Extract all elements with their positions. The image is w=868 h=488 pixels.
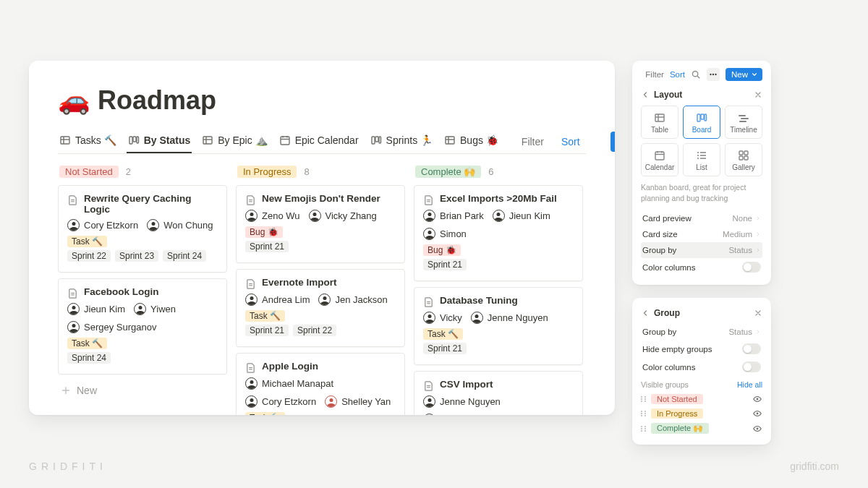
avatar-icon [245,395,258,408]
property-row[interactable]: Hide empty groups [641,340,762,358]
group-pill: In Progress [651,408,703,419]
sort-button[interactable]: Sort [557,133,584,150]
avatar-icon [423,395,435,408]
layout-option-calendar[interactable]: Calendar [641,143,678,176]
page-title-text: Roadmap [98,85,216,116]
assignee: Vicky [423,312,462,324]
assignee-name: Yiwen [150,304,176,314]
panel-new-button[interactable]: New [726,68,762,81]
property-value: Status [728,246,761,254]
board-card[interactable]: Rewrite Query Caching Logic Cory Etzkorn… [58,185,227,273]
toggle-switch[interactable] [742,262,761,273]
column-status-pill: In Progress [237,166,297,178]
type-tag: Bug 🐞 [245,226,283,238]
avatar-icon [325,395,337,408]
visibility-toggle-icon[interactable] [752,408,762,419]
visibility-toggle-icon[interactable] [752,424,762,434]
property-row[interactable]: Group byStatus [641,324,762,340]
table-icon [444,134,456,146]
assignee-name: Won Chung [163,220,213,231]
property-row[interactable]: Color columns [641,358,762,376]
avatar-icon [245,377,258,390]
property-row[interactable]: Group byStatus [641,242,762,258]
column-header[interactable]: Complete 🙌 6 [415,166,583,178]
more-options-button[interactable] [707,68,720,81]
visibility-toggle-icon[interactable] [752,394,762,404]
filter-button[interactable]: Filter [517,133,548,150]
visible-group-row[interactable]: Not Started [641,392,762,406]
avatar-icon [423,414,435,415]
board-card[interactable]: Facebook Login Jieun Kim Yiwen Sergey Su… [58,278,227,374]
group-panel-header: Group [641,305,762,324]
visible-group-row[interactable]: In Progress [641,406,762,421]
board-card[interactable]: New Emojis Don't Render Zeno Wu Vicky Zh… [236,185,405,263]
assignees: Zeno Wu Vicky Zhang [245,210,396,222]
layout-option-gallery[interactable]: Gallery [725,143,762,176]
layout-option-table[interactable]: Table [641,106,678,139]
board-card[interactable]: Apple Login Michael Manapat Cory Etzkorn… [236,353,405,415]
avatar-icon [245,210,258,222]
column-header[interactable]: In Progress 8 [237,166,405,178]
property-value: Status [728,328,761,336]
drag-handle-icon[interactable] [641,396,647,402]
close-icon[interactable] [754,309,762,317]
column-status-pill: Complete 🙌 [415,166,481,178]
layout-option-list[interactable]: List [683,143,720,176]
visible-groups-label: Visible groups [641,380,689,389]
view-bugs[interactable]: Bugs 🐞 [443,130,500,153]
panel-filter-button[interactable]: Filter [645,70,664,79]
property-row[interactable]: Card previewNone [641,210,762,226]
back-arrow-icon[interactable] [641,309,650,317]
new-button[interactable]: New [610,132,615,152]
drag-handle-icon[interactable] [641,426,647,432]
view-by-status[interactable]: By Status [127,130,192,153]
avatar-icon [309,210,321,222]
sprint-tag: Sprint 21 [245,241,289,252]
layout-option-timeline[interactable]: Timeline [725,106,762,139]
board-card[interactable]: CSV Import Jenne Nguyen Shirley MiaoTask… [414,371,583,415]
visible-group-row[interactable]: Complete 🙌 [641,421,762,436]
page-icon [245,194,256,205]
assignee: Vicky Zhang [309,210,377,222]
drag-handle-icon[interactable] [641,411,647,416]
view-sprints[interactable]: Sprints 🏃 [369,130,434,153]
panel-sort-button[interactable]: Sort [670,70,685,79]
sprint-tag: Sprint 22 [67,250,111,262]
view-epic-calendar[interactable]: Epic Calendar [278,130,360,153]
layout-option-label: Board [692,126,712,134]
table-icon [59,134,71,146]
page-icon [245,278,256,289]
assignee-name: Michael Manapat [262,378,333,389]
board-icon [370,134,382,146]
toggle-switch[interactable] [742,361,761,372]
assignee-name: Andrea Lim [262,294,310,305]
main-board-window: 🚗 Roadmap Tasks 🔨 By Status By Epic ⛰️ E… [29,61,615,415]
view-by-epic[interactable]: By Epic ⛰️ [200,130,268,153]
board-card[interactable]: Database Tuning Vicky Jenne NguyenTask 🔨… [414,287,583,365]
property-row[interactable]: Card sizeMedium [641,226,762,242]
layout-option-label: Calendar [645,163,675,171]
assignee: Jenne Nguyen [471,312,548,324]
back-arrow-icon[interactable] [641,90,650,99]
avatar-icon [318,294,331,306]
assignee: Jen Jackson [318,294,387,306]
board-card[interactable]: Excel Imports >20Mb Fail Brian Park Jieu… [414,185,583,281]
view-tasks[interactable]: Tasks 🔨 [58,130,118,153]
board: Not Started 2 Rewrite Query Caching Logi… [58,163,586,415]
search-icon[interactable] [691,69,701,80]
layout-option-board[interactable]: Board [683,106,720,139]
add-card-button[interactable]: New [58,380,227,401]
column-header[interactable]: Not Started 2 [59,166,227,178]
board-card[interactable]: Evernote Import Andrea Lim Jen JacksonTa… [236,269,405,347]
toggle-switch[interactable] [742,343,761,354]
layout-option-label: Timeline [730,126,757,134]
property-row[interactable]: Color columns [641,258,762,276]
views-tabs: Tasks 🔨 By Status By Epic ⛰️ Epic Calend… [58,130,586,154]
hide-all-button[interactable]: Hide all [737,380,762,389]
close-icon[interactable] [754,90,762,99]
assignee: Simon [423,228,467,240]
page-icon: 🚗 [58,85,90,116]
assignees: Brian Park Jieun Kim Simon [423,210,574,240]
assignee-name: Jieun Kim [509,210,550,221]
plus-icon [61,385,71,395]
